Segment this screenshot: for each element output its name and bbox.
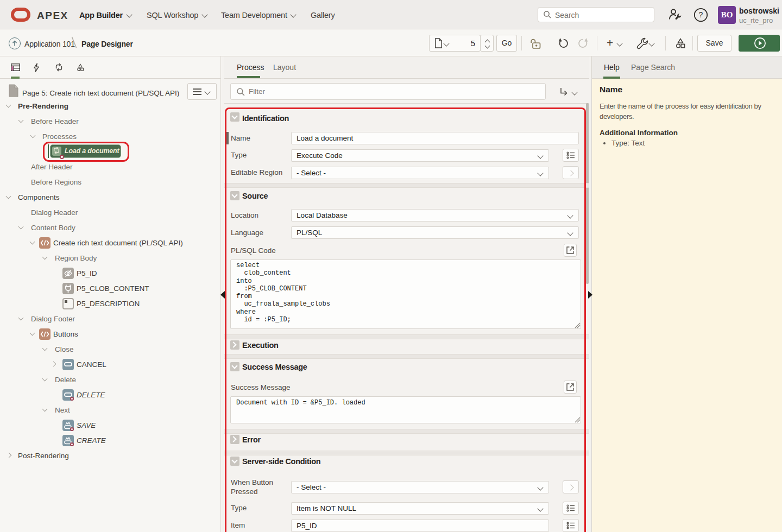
- svg-text:?: ?: [699, 10, 703, 19]
